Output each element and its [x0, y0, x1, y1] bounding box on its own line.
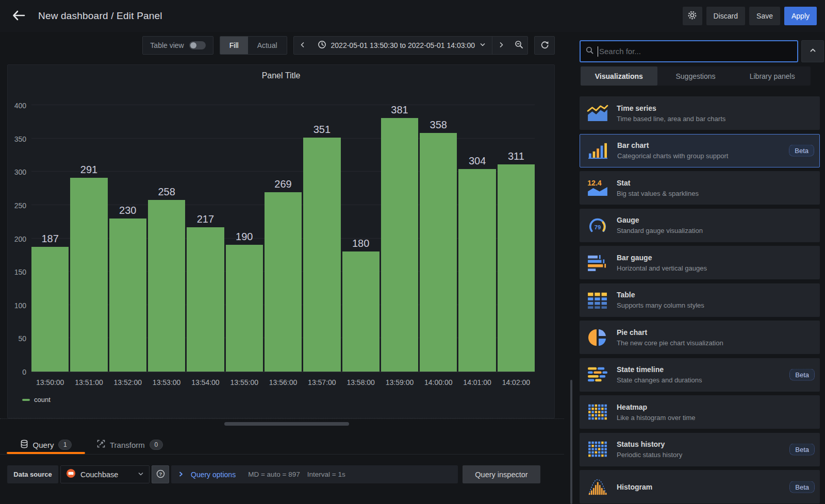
fill-option[interactable]: Fill — [220, 37, 248, 54]
y-axis-tick-label: 150 — [6, 268, 26, 276]
viz-item-meta: Histogram — [617, 483, 652, 491]
x-axis-tick-label: 13:54:00 — [187, 378, 224, 387]
time-range-text: 2022-05-01 13:50:30 to 2022-05-01 14:03:… — [331, 41, 475, 49]
time-range-button[interactable]: 2022-05-01 13:50:30 to 2022-05-01 14:03:… — [311, 37, 492, 54]
chevron-up-icon — [810, 47, 816, 55]
search-icon — [586, 46, 593, 56]
table-view-toggle[interactable] — [189, 41, 206, 49]
bar-13:53:00[interactable] — [148, 200, 185, 372]
query-count-badge: 1 — [58, 440, 72, 450]
bar-13:56:00[interactable] — [265, 192, 302, 372]
chevron-down-icon — [480, 41, 486, 50]
bar-value-label: 311 — [490, 150, 542, 162]
beta-badge: Beta — [789, 481, 815, 493]
bar-column: 358 — [420, 96, 457, 372]
couchbase-logo-icon — [66, 468, 76, 480]
viz-item-heatmap[interactable]: HeatmapLike a histogram over time — [580, 395, 820, 429]
bar-13:52:00[interactable] — [109, 219, 146, 372]
tab-transform[interactable]: Transform 0 — [92, 435, 168, 454]
bar-13:59:00[interactable] — [381, 118, 418, 372]
viz-item-pie-chart[interactable]: Pie chartThe new core pie chart visualiz… — [580, 321, 820, 354]
viz-item-description: Time based line, area and bar charts — [617, 115, 725, 123]
panel[interactable]: Panel Title 0501001502002503003504001872… — [7, 64, 555, 418]
legend-swatch — [22, 399, 30, 401]
y-axis-tick-label: 250 — [6, 201, 26, 210]
viz-item-bar-chart[interactable]: Bar chartCategorical charts with group s… — [580, 134, 820, 167]
viz-item-description: State changes and durations — [617, 376, 702, 384]
back-button[interactable] — [8, 6, 29, 26]
viz-item-bar-gauge[interactable]: Bar gaugeHorizontal and vertical gauges — [580, 246, 820, 279]
panel-toolbar: Table view Fill Actual 2022-05-01 13:50:… — [0, 36, 555, 55]
bar-14:02:00[interactable] — [498, 164, 535, 372]
refresh-icon — [540, 40, 549, 51]
scrollbar-thumb[interactable] — [570, 380, 572, 504]
histogram-icon — [586, 477, 609, 497]
bar-14:00:00[interactable] — [420, 133, 457, 372]
bar-value-label: 217 — [179, 213, 232, 225]
viz-item-state-timeline[interactable]: State timelineState changes and duration… — [580, 358, 820, 392]
x-axis-tick-label: 13:59:00 — [381, 378, 418, 387]
x-axis-tick-label: 14:02:00 — [498, 378, 535, 387]
arrow-left-icon — [12, 10, 25, 23]
x-axis-tick-label: 14:01:00 — [458, 378, 496, 387]
viz-item-stat[interactable]: 12.4StatBig stat values & sparklines — [580, 171, 820, 205]
bar-13:57:00[interactable] — [303, 138, 340, 372]
resize-drag-handle[interactable] — [224, 422, 349, 426]
actual-option[interactable]: Actual — [248, 37, 287, 54]
interval-text: Interval = 1s — [307, 471, 345, 478]
viz-item-table[interactable]: TableSupports many column styles — [580, 283, 820, 317]
query-options-bar[interactable]: Query options MD = auto = 897 Interval =… — [171, 465, 458, 483]
query-inspector-button[interactable]: Query inspector — [463, 465, 540, 483]
viz-item-status-history[interactable]: Status historyPeriodic status historyBet… — [580, 433, 820, 466]
viz-item-description: Horizontal and vertical gauges — [617, 264, 707, 272]
tab-library-panels[interactable]: Library panels — [734, 66, 811, 86]
bar-13:58:00[interactable] — [342, 251, 380, 372]
gauge-icon: 79 — [586, 215, 609, 236]
search-input[interactable] — [599, 47, 792, 56]
bar-13:50:00[interactable] — [31, 247, 69, 372]
svg-text:12.4: 12.4 — [587, 179, 602, 187]
viz-item-time-series[interactable]: Time seriesTime based line, area and bar… — [580, 96, 820, 130]
viz-item-description: Categorical charts with group support — [617, 152, 728, 160]
bar-14:01:00[interactable] — [458, 169, 496, 372]
heatmap-icon — [586, 402, 609, 423]
viz-item-histogram[interactable]: HistogramBeta — [580, 470, 820, 503]
table-view-group: Table view — [142, 36, 213, 55]
zoom-out-icon — [515, 40, 523, 51]
y-axis-tick-label: 400 — [6, 102, 26, 110]
viz-item-description: Big stat values & sparklines — [617, 190, 699, 197]
time-shift-forward-button[interactable] — [492, 37, 510, 54]
bar-column: 269 — [265, 96, 302, 372]
clock-icon — [318, 40, 326, 51]
datasource-picker[interactable]: Couchbase — [60, 465, 150, 483]
tab-visualizations[interactable]: Visualizations — [581, 66, 657, 86]
bar-value-label: 358 — [412, 119, 465, 131]
viz-item-meta: TableSupports many column styles — [617, 291, 704, 309]
legend-series-label[interactable]: count — [34, 396, 51, 404]
datasource-help-button[interactable]: ? — [152, 465, 169, 483]
refresh-button[interactable] — [534, 36, 555, 55]
visualization-list: Time seriesTime based line, area and bar… — [580, 96, 820, 504]
tab-query[interactable]: Query 1 — [7, 435, 85, 454]
viz-item-gauge[interactable]: 79GaugeStandard gauge visualization — [580, 209, 820, 242]
viz-item-meta: Status historyPeriodic status history — [617, 440, 682, 459]
pie-chart-icon — [586, 327, 609, 348]
bar-value-label: 190 — [218, 231, 270, 243]
zoom-out-time-button[interactable] — [510, 37, 527, 54]
time-shift-back-button[interactable] — [294, 37, 311, 54]
status-history-icon — [586, 439, 609, 460]
y-axis-tick-label: 100 — [6, 301, 26, 310]
viz-item-description: Standard gauge visualization — [617, 227, 703, 234]
chevron-left-icon — [300, 42, 305, 49]
collapse-options-button[interactable] — [801, 40, 824, 62]
tab-suggestions[interactable]: Suggestions — [657, 66, 734, 86]
sidebar-tabs: Visualizations Suggestions Library panel… — [581, 66, 811, 86]
bar-column: 230 — [109, 96, 146, 372]
viz-item-title: Heatmap — [617, 403, 695, 411]
beta-badge: Beta — [789, 145, 814, 157]
bar-13:55:00[interactable] — [226, 245, 263, 372]
bar-chart-icon — [586, 140, 610, 161]
bar-13:54:00[interactable] — [187, 227, 224, 372]
bar-column: 304 — [458, 96, 496, 372]
viz-item-title: Gauge — [617, 216, 703, 224]
